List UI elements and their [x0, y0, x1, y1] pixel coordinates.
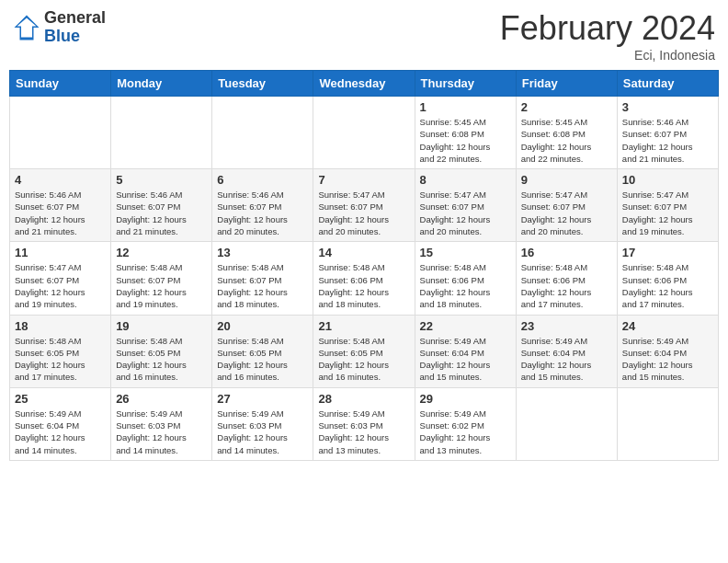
calendar-cell: 1Sunrise: 5:45 AM Sunset: 6:08 PM Daylig… — [415, 97, 516, 169]
day-number: 1 — [420, 100, 511, 114]
day-info: Sunrise: 5:49 AM Sunset: 6:03 PM Dayligh… — [217, 408, 308, 456]
calendar-cell: 23Sunrise: 5:49 AM Sunset: 6:04 PM Dayli… — [516, 315, 617, 387]
day-number: 26 — [116, 392, 207, 406]
day-header-tuesday: Tuesday — [212, 71, 313, 97]
calendar-cell: 25Sunrise: 5:49 AM Sunset: 6:04 PM Dayli… — [10, 387, 111, 460]
day-info: Sunrise: 5:48 AM Sunset: 6:05 PM Dayligh… — [15, 335, 106, 384]
calendar-cell: 9Sunrise: 5:47 AM Sunset: 6:07 PM Daylig… — [516, 169, 617, 242]
calendar-header-row: SundayMondayTuesdayWednesdayThursdayFrid… — [10, 71, 719, 97]
day-header-thursday: Thursday — [415, 71, 516, 97]
day-header-friday: Friday — [516, 71, 617, 97]
day-number: 12 — [116, 246, 207, 259]
page-header: General Blue February 2024 Eci, Indonesi… — [9, 9, 719, 63]
day-info: Sunrise: 5:47 AM Sunset: 6:07 PM Dayligh… — [318, 189, 409, 237]
day-info: Sunrise: 5:48 AM Sunset: 6:07 PM Dayligh… — [116, 261, 207, 310]
day-number: 2 — [521, 100, 612, 114]
day-info: Sunrise: 5:47 AM Sunset: 6:07 PM Dayligh… — [622, 189, 713, 237]
calendar-week-2: 4Sunrise: 5:46 AM Sunset: 6:07 PM Daylig… — [10, 169, 719, 242]
calendar-cell: 2Sunrise: 5:45 AM Sunset: 6:08 PM Daylig… — [516, 97, 617, 169]
calendar-cell — [212, 97, 313, 169]
calendar-cell — [111, 97, 212, 169]
day-info: Sunrise: 5:49 AM Sunset: 6:04 PM Dayligh… — [15, 408, 106, 456]
day-number: 9 — [521, 173, 612, 187]
day-info: Sunrise: 5:49 AM Sunset: 6:03 PM Dayligh… — [318, 408, 409, 456]
day-number: 4 — [15, 173, 106, 187]
calendar-cell — [516, 387, 617, 460]
day-header-sunday: Sunday — [10, 71, 111, 97]
calendar-week-1: 1Sunrise: 5:45 AM Sunset: 6:08 PM Daylig… — [10, 97, 719, 169]
day-number: 24 — [622, 319, 713, 333]
day-info: Sunrise: 5:48 AM Sunset: 6:06 PM Dayligh… — [420, 261, 511, 310]
day-number: 27 — [217, 392, 308, 406]
day-info: Sunrise: 5:48 AM Sunset: 6:05 PM Dayligh… — [318, 335, 409, 384]
day-number: 3 — [622, 100, 713, 114]
day-number: 22 — [420, 319, 511, 333]
calendar-cell — [10, 97, 111, 169]
day-header-saturday: Saturday — [617, 71, 718, 97]
calendar-cell: 4Sunrise: 5:46 AM Sunset: 6:07 PM Daylig… — [10, 169, 111, 242]
day-number: 21 — [318, 319, 409, 333]
day-number: 6 — [217, 173, 308, 187]
day-number: 18 — [15, 319, 106, 333]
calendar-cell: 16Sunrise: 5:48 AM Sunset: 6:06 PM Dayli… — [516, 242, 617, 315]
calendar-cell: 12Sunrise: 5:48 AM Sunset: 6:07 PM Dayli… — [111, 242, 212, 315]
calendar-cell: 15Sunrise: 5:48 AM Sunset: 6:06 PM Dayli… — [415, 242, 516, 315]
location: Eci, Indonesia — [500, 48, 715, 63]
day-info: Sunrise: 5:48 AM Sunset: 6:07 PM Dayligh… — [217, 261, 308, 310]
day-info: Sunrise: 5:48 AM Sunset: 6:06 PM Dayligh… — [318, 261, 409, 310]
day-number: 28 — [318, 392, 409, 406]
day-number: 7 — [318, 173, 409, 187]
calendar-cell: 21Sunrise: 5:48 AM Sunset: 6:05 PM Dayli… — [313, 315, 415, 387]
day-number: 13 — [217, 246, 308, 259]
day-number: 20 — [217, 319, 308, 333]
day-info: Sunrise: 5:49 AM Sunset: 6:02 PM Dayligh… — [420, 408, 511, 456]
logo-blue-text: Blue — [44, 28, 106, 46]
day-number: 23 — [521, 319, 612, 333]
day-info: Sunrise: 5:48 AM Sunset: 6:05 PM Dayligh… — [217, 335, 308, 384]
calendar-cell: 8Sunrise: 5:47 AM Sunset: 6:07 PM Daylig… — [415, 169, 516, 242]
calendar-table: SundayMondayTuesdayWednesdayThursdayFrid… — [9, 70, 719, 461]
calendar-cell: 14Sunrise: 5:48 AM Sunset: 6:06 PM Dayli… — [313, 242, 415, 315]
calendar-cell: 19Sunrise: 5:48 AM Sunset: 6:05 PM Dayli… — [111, 315, 212, 387]
day-number: 15 — [420, 246, 511, 259]
calendar-cell: 29Sunrise: 5:49 AM Sunset: 6:02 PM Dayli… — [415, 387, 516, 460]
calendar-cell: 7Sunrise: 5:47 AM Sunset: 6:07 PM Daylig… — [313, 169, 415, 242]
calendar-week-4: 18Sunrise: 5:48 AM Sunset: 6:05 PM Dayli… — [10, 315, 719, 387]
day-number: 8 — [420, 173, 511, 187]
day-number: 10 — [622, 173, 713, 187]
day-info: Sunrise: 5:49 AM Sunset: 6:04 PM Dayligh… — [521, 335, 612, 384]
calendar-cell: 20Sunrise: 5:48 AM Sunset: 6:05 PM Dayli… — [212, 315, 313, 387]
day-info: Sunrise: 5:49 AM Sunset: 6:04 PM Dayligh… — [420, 335, 511, 384]
calendar-cell: 5Sunrise: 5:46 AM Sunset: 6:07 PM Daylig… — [111, 169, 212, 242]
day-info: Sunrise: 5:45 AM Sunset: 6:08 PM Dayligh… — [521, 116, 612, 165]
day-number: 25 — [15, 392, 106, 406]
logo-text: General Blue — [44, 9, 106, 46]
calendar-cell: 27Sunrise: 5:49 AM Sunset: 6:03 PM Dayli… — [212, 387, 313, 460]
calendar-cell: 18Sunrise: 5:48 AM Sunset: 6:05 PM Dayli… — [10, 315, 111, 387]
calendar-cell: 10Sunrise: 5:47 AM Sunset: 6:07 PM Dayli… — [617, 169, 718, 242]
day-info: Sunrise: 5:48 AM Sunset: 6:06 PM Dayligh… — [521, 261, 612, 310]
month-title: February 2024 — [500, 9, 715, 48]
day-number: 17 — [622, 246, 713, 259]
day-info: Sunrise: 5:49 AM Sunset: 6:04 PM Dayligh… — [622, 335, 713, 384]
day-info: Sunrise: 5:46 AM Sunset: 6:07 PM Dayligh… — [15, 189, 106, 237]
calendar-cell: 24Sunrise: 5:49 AM Sunset: 6:04 PM Dayli… — [617, 315, 718, 387]
title-section: February 2024 Eci, Indonesia — [500, 9, 715, 63]
day-info: Sunrise: 5:48 AM Sunset: 6:06 PM Dayligh… — [622, 261, 713, 310]
day-info: Sunrise: 5:47 AM Sunset: 6:07 PM Dayligh… — [521, 189, 612, 237]
calendar-cell — [617, 387, 718, 460]
day-info: Sunrise: 5:46 AM Sunset: 6:07 PM Dayligh… — [116, 189, 207, 237]
day-number: 29 — [420, 392, 511, 406]
day-number: 11 — [15, 246, 106, 259]
day-number: 5 — [116, 173, 207, 187]
day-info: Sunrise: 5:46 AM Sunset: 6:07 PM Dayligh… — [217, 189, 308, 237]
day-info: Sunrise: 5:47 AM Sunset: 6:07 PM Dayligh… — [15, 261, 106, 310]
calendar-cell: 22Sunrise: 5:49 AM Sunset: 6:04 PM Dayli… — [415, 315, 516, 387]
day-info: Sunrise: 5:48 AM Sunset: 6:05 PM Dayligh… — [116, 335, 207, 384]
day-info: Sunrise: 5:46 AM Sunset: 6:07 PM Dayligh… — [622, 116, 713, 165]
calendar-cell: 17Sunrise: 5:48 AM Sunset: 6:06 PM Dayli… — [617, 242, 718, 315]
logo: General Blue — [13, 9, 106, 46]
calendar-cell: 3Sunrise: 5:46 AM Sunset: 6:07 PM Daylig… — [617, 97, 718, 169]
day-info: Sunrise: 5:49 AM Sunset: 6:03 PM Dayligh… — [116, 408, 207, 456]
logo-icon — [13, 14, 40, 41]
